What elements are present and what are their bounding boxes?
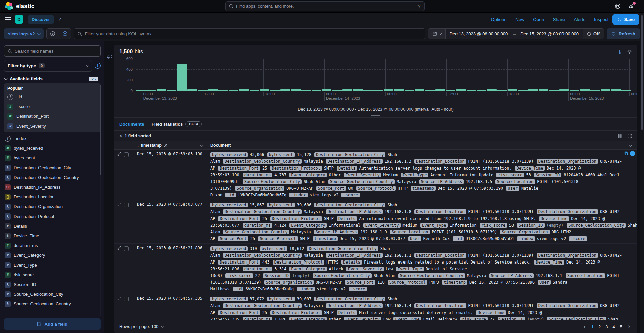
chart-options-icon[interactable] (617, 49, 622, 54)
row-checkbox[interactable] (124, 246, 129, 251)
display-options-icon[interactable] (618, 134, 623, 138)
histogram-bar[interactable] (301, 90, 311, 91)
histogram-bar[interactable] (312, 90, 321, 91)
space-avatar[interactable]: D (15, 15, 23, 24)
field-item-Event_Severity[interactable]: kEvent_Severity (7, 121, 98, 131)
filter-by-type-dropdown[interactable]: Filter by type 0 (4, 60, 92, 72)
hits-histogram[interactable]: 0200400600 06:00December 13, 202312:0018… (114, 55, 637, 106)
histogram-bar[interactable] (229, 90, 238, 91)
global-search-input[interactable]: Find apps, content, and more. ^/ (225, 1, 425, 11)
histogram-bar[interactable] (508, 89, 518, 91)
gear-icon[interactable] (627, 49, 632, 54)
sort-fields-icon[interactable]: ↑↓ (119, 134, 122, 138)
add-filter-icon[interactable] (59, 29, 71, 39)
histogram-bar[interactable] (559, 89, 569, 91)
field-item-Destination_Geolocation_City[interactable]: kDestination_Geolocation_City (4, 163, 101, 173)
histogram-bar[interactable] (456, 89, 466, 91)
histogram-bar[interactable] (528, 89, 538, 91)
menu-icon[interactable] (5, 17, 11, 21)
field-item-Details[interactable]: tDetails (4, 221, 101, 231)
field-item-Event_Type[interactable]: kEvent_Type (4, 260, 101, 270)
histogram-bar[interactable] (322, 89, 331, 91)
collapse-sidebar-icon[interactable] (106, 55, 112, 60)
histogram-bar[interactable] (518, 90, 528, 91)
row-checkbox[interactable] (124, 297, 129, 301)
field-item-_id[interactable]: ?_id (7, 92, 98, 102)
page-2[interactable]: 2 (596, 324, 603, 330)
histogram-bar[interactable] (549, 90, 559, 91)
field-item-Device_Time[interactable]: tDevice_Time (4, 231, 101, 241)
save-button[interactable]: Save (612, 14, 639, 25)
row-checkbox[interactable] (124, 152, 129, 157)
available-fields-header[interactable]: Available fields 25 (5, 76, 100, 81)
histogram-bar[interactable] (467, 90, 476, 91)
check-icon[interactable]: ✓ (58, 17, 62, 22)
histogram-bar[interactable] (291, 89, 301, 91)
histogram-bar[interactable] (477, 90, 486, 91)
histogram-bar[interactable] (157, 89, 166, 91)
histogram-bar[interactable] (260, 89, 270, 91)
histogram-bar[interactable] (332, 90, 342, 91)
histogram-bar[interactable] (280, 89, 290, 91)
nav-link-options[interactable]: Options (491, 17, 507, 22)
field-item-Session_ID[interactable]: kSession_ID (4, 280, 101, 289)
nav-link-inspect[interactable]: Inspect (594, 17, 609, 22)
tab-documents[interactable]: Documents (119, 118, 144, 130)
document-column-header[interactable]: Document (207, 143, 637, 148)
field-item-Destination_IP_Address[interactable]: IPDestination_IP_Address (4, 182, 101, 192)
histogram-bar[interactable] (136, 90, 146, 91)
histogram-bar[interactable] (446, 90, 455, 91)
histogram-bar[interactable] (415, 89, 425, 91)
histogram-bar[interactable] (435, 89, 445, 91)
histogram-bar[interactable] (198, 90, 208, 91)
column-menu-icon[interactable] (200, 143, 203, 147)
field-item-_score[interactable]: #_score (7, 102, 98, 111)
refresh-button[interactable]: Refresh (607, 28, 640, 39)
histogram-bar[interactable] (425, 90, 435, 91)
page-1[interactable]: 1 (589, 324, 596, 330)
tab-field-statistics[interactable]: Field statistics BETA (152, 118, 202, 130)
histogram-bar[interactable] (611, 89, 621, 91)
saved-query-icon[interactable] (47, 29, 59, 39)
field-item-bytes_received[interactable]: #bytes_received (4, 143, 101, 153)
histogram-bar[interactable] (384, 89, 393, 91)
histogram-bar[interactable] (394, 89, 404, 91)
elastic-logo[interactable]: elastic (5, 2, 34, 11)
field-item-Event_Category[interactable]: kEvent_Category (4, 250, 101, 260)
page-3[interactable]: 3 (603, 324, 610, 330)
fullscreen-icon[interactable] (627, 134, 632, 138)
field-search-input[interactable]: Search field names (4, 45, 101, 57)
histogram-bar[interactable] (570, 90, 579, 91)
info-icon[interactable]: i (95, 63, 101, 69)
rows-per-page-dropdown[interactable]: Rows per page: 100 (119, 324, 163, 329)
histogram-bar[interactable] (487, 89, 497, 91)
sidebar-scrollbar[interactable] (100, 83, 101, 316)
nav-link-alerts[interactable]: Alerts (574, 17, 585, 22)
auto-refresh-toggle[interactable]: Off (583, 29, 604, 39)
breadcrumb[interactable]: Discover (28, 15, 54, 24)
histogram-bar[interactable] (405, 90, 414, 91)
histogram-bar[interactable] (187, 89, 197, 91)
nav-link-share[interactable]: Share (553, 17, 565, 22)
nav-link-new[interactable]: New (515, 17, 524, 22)
histogram-bar[interactable] (353, 89, 363, 91)
field-item-duration_ms[interactable]: #duration_ms (4, 241, 101, 250)
column-menu-icon[interactable] (629, 143, 632, 147)
page-4[interactable]: 4 (610, 324, 618, 330)
field-item-Destination_Geolocation_Country[interactable]: kDestination_Geolocation_Country (4, 173, 101, 182)
field-item-Destination_Organization[interactable]: kDestination_Organization (4, 202, 101, 211)
histogram-bar[interactable] (363, 90, 373, 91)
expand-document-icon[interactable] (117, 296, 121, 300)
notifications-icon[interactable] (627, 3, 635, 10)
histogram-bar[interactable] (250, 90, 259, 91)
histogram-bar[interactable] (590, 90, 600, 91)
histogram-bar[interactable] (239, 89, 249, 91)
histogram-bar[interactable] (621, 90, 631, 91)
field-item-risk_score[interactable]: #risk_score (4, 270, 101, 280)
histogram-bar[interactable] (167, 90, 176, 91)
histogram-bar[interactable] (601, 89, 610, 91)
field-item-Source_Geolocation_City[interactable]: kSource_Geolocation_City (4, 289, 101, 299)
histogram-bar[interactable] (373, 90, 383, 91)
row-checkbox[interactable] (124, 203, 129, 207)
histogram-bar[interactable] (270, 90, 280, 91)
